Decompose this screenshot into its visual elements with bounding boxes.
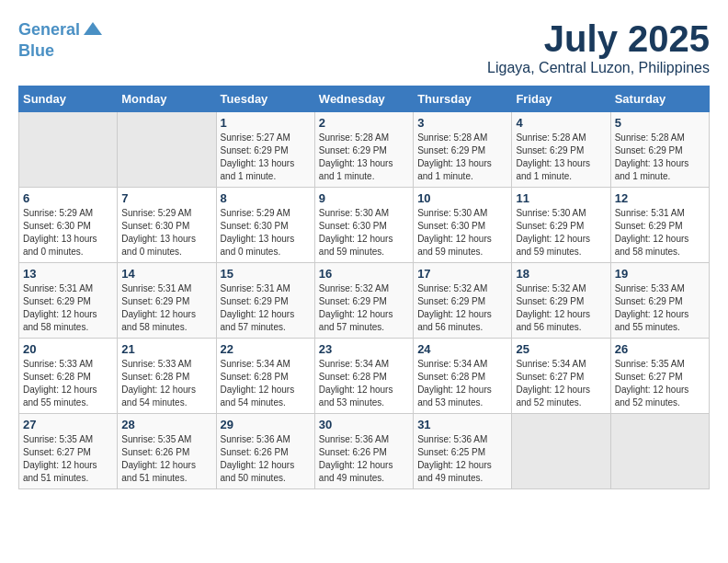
- day-info: Sunrise: 5:28 AMSunset: 6:29 PMDaylight:…: [319, 132, 409, 183]
- subtitle: Ligaya, Central Luzon, Philippines: [487, 60, 710, 76]
- day-number: 15: [221, 267, 311, 281]
- calendar-cell: 8Sunrise: 5:29 AMSunset: 6:30 PMDaylight…: [216, 188, 314, 263]
- day-number: 19: [615, 267, 705, 281]
- day-info: Sunrise: 5:32 AMSunset: 6:29 PMDaylight:…: [319, 282, 409, 334]
- calendar-cell: 21Sunrise: 5:33 AMSunset: 6:28 PMDayligh…: [118, 339, 216, 414]
- calendar-header-row: SundayMondayTuesdayWednesdayThursdayFrid…: [19, 86, 710, 112]
- day-info: Sunrise: 5:27 AMSunset: 6:29 PMDaylight:…: [221, 132, 311, 183]
- calendar-cell: 18Sunrise: 5:32 AMSunset: 6:29 PMDayligh…: [512, 263, 610, 339]
- calendar-cell: 17Sunrise: 5:32 AMSunset: 6:29 PMDayligh…: [414, 263, 512, 339]
- main-title: July 2025: [487, 18, 710, 60]
- day-number: 10: [417, 191, 507, 205]
- day-number: 17: [417, 267, 507, 281]
- day-number: 26: [615, 342, 705, 356]
- day-info: Sunrise: 5:35 AMSunset: 6:27 PMDaylight:…: [23, 433, 113, 485]
- calendar-cell: 11Sunrise: 5:30 AMSunset: 6:29 PMDayligh…: [512, 188, 610, 263]
- calendar-cell: 9Sunrise: 5:30 AMSunset: 6:30 PMDaylight…: [314, 188, 413, 263]
- day-info: Sunrise: 5:35 AMSunset: 6:27 PMDaylight:…: [615, 358, 705, 409]
- day-number: 8: [221, 191, 311, 205]
- day-number: 18: [516, 267, 606, 281]
- day-number: 20: [23, 342, 113, 356]
- day-info: Sunrise: 5:36 AMSunset: 6:26 PMDaylight:…: [221, 433, 311, 485]
- calendar-cell: 5Sunrise: 5:28 AMSunset: 6:29 PMDaylight…: [610, 112, 709, 188]
- day-number: 22: [221, 342, 311, 356]
- calendar-cell: 12Sunrise: 5:31 AMSunset: 6:29 PMDayligh…: [610, 188, 709, 263]
- day-number: 28: [121, 418, 211, 431]
- day-info: Sunrise: 5:36 AMSunset: 6:26 PMDaylight:…: [319, 433, 409, 485]
- day-info: Sunrise: 5:35 AMSunset: 6:26 PMDaylight:…: [121, 433, 211, 485]
- day-header-tuesday: Tuesday: [216, 86, 314, 112]
- calendar-cell: [512, 414, 610, 489]
- day-info: Sunrise: 5:34 AMSunset: 6:28 PMDaylight:…: [417, 358, 507, 409]
- day-number: 29: [221, 418, 311, 431]
- calendar-cell: 13Sunrise: 5:31 AMSunset: 6:29 PMDayligh…: [19, 263, 118, 339]
- day-number: 30: [319, 418, 409, 431]
- calendar-cell: 1Sunrise: 5:27 AMSunset: 6:29 PMDaylight…: [216, 112, 314, 188]
- calendar-week-1: 1Sunrise: 5:27 AMSunset: 6:29 PMDaylight…: [19, 112, 710, 188]
- day-number: 16: [319, 267, 409, 281]
- day-info: Sunrise: 5:36 AMSunset: 6:25 PMDaylight:…: [417, 433, 507, 485]
- day-number: 23: [319, 342, 409, 356]
- calendar-cell: 26Sunrise: 5:35 AMSunset: 6:27 PMDayligh…: [610, 339, 709, 414]
- day-number: 12: [615, 191, 705, 205]
- day-number: 13: [23, 267, 113, 281]
- day-header-thursday: Thursday: [414, 86, 512, 112]
- calendar-cell: 16Sunrise: 5:32 AMSunset: 6:29 PMDayligh…: [314, 263, 413, 339]
- day-info: Sunrise: 5:31 AMSunset: 6:29 PMDaylight:…: [121, 282, 211, 334]
- day-number: 24: [417, 342, 507, 356]
- day-info: Sunrise: 5:31 AMSunset: 6:29 PMDaylight:…: [615, 207, 705, 259]
- day-info: Sunrise: 5:33 AMSunset: 6:29 PMDaylight:…: [615, 282, 705, 334]
- day-info: Sunrise: 5:32 AMSunset: 6:29 PMDaylight:…: [516, 282, 606, 334]
- calendar-cell: 25Sunrise: 5:34 AMSunset: 6:27 PMDayligh…: [512, 339, 610, 414]
- day-info: Sunrise: 5:30 AMSunset: 6:29 PMDaylight:…: [516, 207, 606, 259]
- calendar-body: 1Sunrise: 5:27 AMSunset: 6:29 PMDaylight…: [19, 112, 710, 489]
- calendar-cell: 23Sunrise: 5:34 AMSunset: 6:28 PMDayligh…: [314, 339, 413, 414]
- calendar-cell: 29Sunrise: 5:36 AMSunset: 6:26 PMDayligh…: [216, 414, 314, 489]
- day-number: 25: [516, 342, 606, 356]
- calendar-cell: 4Sunrise: 5:28 AMSunset: 6:29 PMDaylight…: [512, 112, 610, 188]
- calendar-week-3: 13Sunrise: 5:31 AMSunset: 6:29 PMDayligh…: [19, 263, 710, 339]
- day-info: Sunrise: 5:34 AMSunset: 6:28 PMDaylight:…: [221, 358, 311, 409]
- day-info: Sunrise: 5:28 AMSunset: 6:29 PMDaylight:…: [417, 132, 507, 183]
- day-number: 6: [23, 191, 113, 205]
- day-info: Sunrise: 5:31 AMSunset: 6:29 PMDaylight:…: [23, 282, 113, 334]
- day-number: 9: [319, 191, 409, 205]
- calendar-week-5: 27Sunrise: 5:35 AMSunset: 6:27 PMDayligh…: [19, 414, 710, 489]
- calendar-cell: 14Sunrise: 5:31 AMSunset: 6:29 PMDayligh…: [118, 263, 216, 339]
- day-number: 2: [319, 116, 409, 130]
- calendar-cell: 28Sunrise: 5:35 AMSunset: 6:26 PMDayligh…: [118, 414, 216, 489]
- calendar-cell: 31Sunrise: 5:36 AMSunset: 6:25 PMDayligh…: [414, 414, 512, 489]
- calendar-cell: 24Sunrise: 5:34 AMSunset: 6:28 PMDayligh…: [414, 339, 512, 414]
- calendar-cell: 3Sunrise: 5:28 AMSunset: 6:29 PMDaylight…: [414, 112, 512, 188]
- calendar-cell: 22Sunrise: 5:34 AMSunset: 6:28 PMDayligh…: [216, 339, 314, 414]
- calendar-cell: 20Sunrise: 5:33 AMSunset: 6:28 PMDayligh…: [19, 339, 118, 414]
- day-info: Sunrise: 5:28 AMSunset: 6:29 PMDaylight:…: [615, 132, 705, 183]
- day-info: Sunrise: 5:29 AMSunset: 6:30 PMDaylight:…: [23, 207, 113, 259]
- day-number: 31: [417, 418, 507, 431]
- day-number: 4: [516, 116, 606, 130]
- logo: General Blue: [18, 18, 104, 61]
- day-info: Sunrise: 5:32 AMSunset: 6:29 PMDaylight:…: [417, 282, 507, 334]
- day-header-saturday: Saturday: [610, 86, 709, 112]
- calendar-cell: [19, 112, 118, 188]
- calendar-cell: 7Sunrise: 5:29 AMSunset: 6:30 PMDaylight…: [118, 188, 216, 263]
- day-header-wednesday: Wednesday: [314, 86, 413, 112]
- title-block: July 2025 Ligaya, Central Luzon, Philipp…: [487, 18, 710, 76]
- day-number: 27: [23, 418, 113, 431]
- calendar-cell: 15Sunrise: 5:31 AMSunset: 6:29 PMDayligh…: [216, 263, 314, 339]
- calendar-cell: 6Sunrise: 5:29 AMSunset: 6:30 PMDaylight…: [19, 188, 118, 263]
- calendar-cell: 10Sunrise: 5:30 AMSunset: 6:30 PMDayligh…: [414, 188, 512, 263]
- calendar-week-2: 6Sunrise: 5:29 AMSunset: 6:30 PMDaylight…: [19, 188, 710, 263]
- calendar-cell: [610, 414, 709, 489]
- day-info: Sunrise: 5:30 AMSunset: 6:30 PMDaylight:…: [417, 207, 507, 259]
- calendar-cell: 30Sunrise: 5:36 AMSunset: 6:26 PMDayligh…: [314, 414, 413, 489]
- day-info: Sunrise: 5:34 AMSunset: 6:28 PMDaylight:…: [319, 358, 409, 409]
- day-number: 11: [516, 191, 606, 205]
- day-info: Sunrise: 5:29 AMSunset: 6:30 PMDaylight:…: [121, 207, 211, 259]
- day-header-monday: Monday: [118, 86, 216, 112]
- day-number: 14: [121, 267, 211, 281]
- day-number: 3: [417, 116, 507, 130]
- day-info: Sunrise: 5:29 AMSunset: 6:30 PMDaylight:…: [221, 207, 311, 259]
- logo-text: General Blue: [18, 18, 104, 61]
- day-number: 5: [615, 116, 705, 130]
